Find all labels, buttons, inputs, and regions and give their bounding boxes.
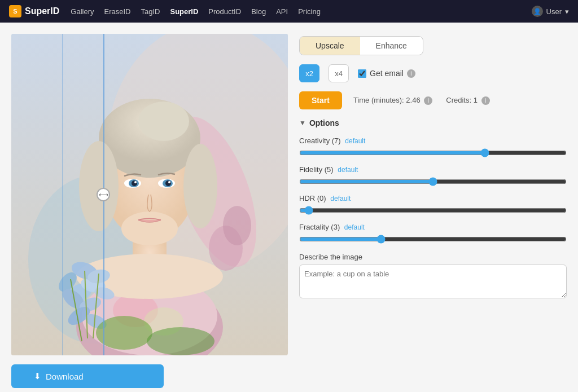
tab-row: Upscale Enhance	[299, 36, 423, 55]
logo-text: SuperID	[25, 6, 59, 16]
creativity-slider-row: Creativity (7) default	[299, 136, 567, 157]
fractality-default-link[interactable]: default	[344, 223, 365, 231]
download-button[interactable]: ⬇ Download	[11, 364, 164, 388]
tab-upscale[interactable]: Upscale	[300, 37, 360, 55]
time-credits-info: Time (minutes): 2.46 i Credits: 1 i	[353, 96, 490, 105]
nav-links: Gallery EraseID TagID SuperID ProductID …	[71, 7, 520, 16]
svg-point-15	[183, 144, 217, 228]
nav-blog[interactable]: Blog	[251, 7, 266, 16]
svg-point-14	[79, 141, 119, 231]
svg-point-20	[132, 180, 137, 186]
navbar: S SuperID Gallery EraseID TagID SuperID …	[0, 0, 578, 23]
describe-label: Describe the image	[299, 253, 567, 261]
nav-api[interactable]: API	[276, 7, 288, 16]
options-label: Options	[309, 118, 339, 127]
fidelity-default-link[interactable]: default	[338, 166, 358, 174]
image-preview: ⟷	[11, 34, 288, 355]
image-panel: ⟷ ⬇ Download	[11, 34, 288, 388]
fidelity-label-text: Fidelity (5)	[299, 165, 334, 174]
fractality-slider-row: Fractality (3) default	[299, 223, 567, 244]
hdr-label: HDR (0) default	[299, 194, 567, 202]
credits-info-icon[interactable]: i	[481, 96, 490, 105]
credits-value: Credits: 1	[446, 96, 478, 104]
describe-textarea[interactable]	[299, 265, 567, 298]
image-wrapper: ⟷	[11, 34, 288, 355]
main-container: ⟷ ⬇ Download Upscale Enhance x2 x4 Get e…	[0, 23, 578, 392]
fractality-label-text: Fractality (3)	[299, 223, 340, 231]
user-avatar-icon: 👤	[532, 6, 543, 17]
fidelity-label: Fidelity (5) default	[299, 165, 567, 174]
hdr-slider-row: HDR (0) default	[299, 194, 567, 215]
svg-point-22	[134, 181, 137, 183]
start-button[interactable]: Start	[299, 91, 342, 109]
hdr-slider[interactable]	[299, 206, 567, 215]
split-guide-line	[62, 34, 63, 355]
user-label: User	[546, 7, 562, 16]
options-chevron-icon: ▼	[299, 119, 306, 127]
split-handle[interactable]: ⟷	[97, 188, 110, 201]
nav-productid[interactable]: ProductID	[208, 7, 241, 16]
download-label: Download	[46, 372, 84, 381]
start-row: Start Time (minutes): 2.46 i Credits: 1 …	[299, 91, 567, 109]
creativity-slider[interactable]	[299, 148, 567, 157]
time-value: Time (minutes): 2.46	[353, 96, 421, 104]
svg-point-11	[121, 212, 178, 245]
slider-group: Creativity (7) default Fidelity (5) defa…	[299, 136, 567, 244]
scale-x4-button[interactable]: x4	[329, 64, 349, 82]
svg-point-13	[138, 102, 189, 141]
credits-label: Credits: 1 i	[446, 96, 489, 105]
get-email-checkbox[interactable]	[358, 69, 366, 78]
fractality-slider[interactable]	[299, 235, 567, 244]
image-svg	[11, 34, 288, 355]
logo[interactable]: S SuperID	[9, 5, 59, 17]
hdr-default-link[interactable]: default	[330, 195, 351, 202]
nav-gallery[interactable]: Gallery	[71, 7, 94, 16]
user-chevron-icon: ▾	[565, 7, 569, 16]
nav-superid[interactable]: SuperID	[170, 7, 198, 16]
get-email-label: Get email	[370, 69, 404, 78]
logo-icon: S	[9, 5, 21, 17]
download-icon: ⬇	[34, 371, 41, 381]
svg-point-38	[147, 327, 214, 355]
scale-x2-button[interactable]: x2	[299, 64, 319, 82]
svg-point-37	[96, 316, 152, 350]
describe-section: Describe the image	[299, 253, 567, 300]
creativity-label: Creativity (7) default	[299, 136, 567, 145]
creativity-label-text: Creativity (7)	[299, 136, 341, 145]
tab-enhance[interactable]: Enhance	[360, 37, 423, 55]
time-label: Time (minutes): 2.46 i	[353, 96, 432, 105]
get-email-row: Get email i	[358, 69, 415, 78]
scale-row: x2 x4 Get email i	[299, 64, 567, 82]
options-header[interactable]: ▼ Options	[299, 118, 567, 127]
svg-point-40	[223, 206, 251, 245]
controls-panel: Upscale Enhance x2 x4 Get email i Start …	[299, 34, 567, 388]
nav-eraseid[interactable]: EraseID	[104, 7, 131, 16]
user-menu[interactable]: 👤 User ▾	[532, 6, 569, 17]
fidelity-slider-row: Fidelity (5) default	[299, 165, 567, 186]
creativity-default-link[interactable]: default	[345, 137, 365, 145]
svg-point-23	[168, 181, 170, 183]
hdr-label-text: HDR (0)	[299, 194, 326, 202]
nav-pricing[interactable]: Pricing	[298, 7, 321, 16]
svg-point-21	[165, 180, 171, 186]
get-email-info-icon[interactable]: i	[407, 69, 415, 78]
time-info-icon[interactable]: i	[424, 96, 432, 105]
fractality-label: Fractality (3) default	[299, 223, 567, 231]
nav-tagid[interactable]: TagID	[141, 7, 160, 16]
fidelity-slider[interactable]	[299, 177, 567, 186]
